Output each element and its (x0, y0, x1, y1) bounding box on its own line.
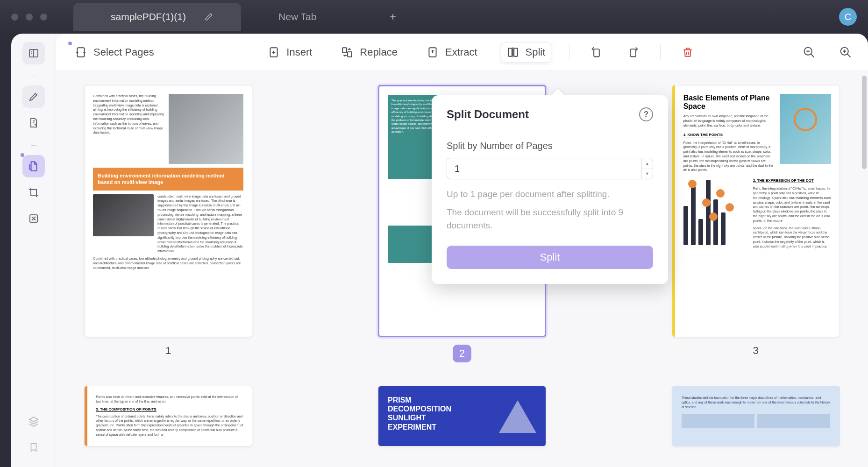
insert-button[interactable]: Insert (262, 42, 318, 62)
hint-line: Up to 1 page per document after splittin… (447, 188, 653, 201)
popover-hint: Up to 1 page per document after splittin… (447, 188, 653, 233)
avatar[interactable]: C (839, 8, 857, 26)
sidebar-divider (31, 76, 36, 76)
hint-line: The document will be successfully split … (447, 206, 653, 233)
svg-rect-10 (630, 49, 636, 57)
delete-button[interactable] (678, 43, 697, 62)
toolbar-label: Insert (286, 46, 312, 58)
replace-button[interactable]: Replace (335, 42, 403, 62)
avatar-initial: C (845, 12, 851, 22)
page-preview: These studies laid the foundation for th… (672, 386, 840, 446)
insert-icon (268, 46, 280, 58)
minimize-window-button[interactable] (26, 14, 33, 21)
scrollbar[interactable] (861, 71, 868, 467)
page-thumbnail-6[interactable]: These studies laid the foundation for th… (660, 386, 851, 446)
pages-per-split-input[interactable] (447, 158, 641, 179)
rotate-right-button[interactable] (624, 43, 642, 62)
section-heading: 2. THE EXPRESSION OF THE DOT (753, 178, 814, 183)
toolbar-label: Extract (445, 46, 477, 58)
body-text: Any art contains its own language, and t… (683, 114, 775, 127)
sidebar-page-edit[interactable] (22, 155, 45, 177)
page-heading: PRISM DECOMPOSITION SUNLIGHT EXPERIMENT (388, 396, 462, 432)
body-text: space, on the one hand, the point has a … (753, 226, 831, 249)
sidebar-divider (31, 145, 36, 146)
illustration-placeholder (780, 94, 831, 164)
prism-illustration (499, 400, 536, 433)
page-preview: Combined with practical cases, the build… (84, 85, 252, 337)
sidebar-crop[interactable] (22, 181, 45, 204)
accent-bar (672, 85, 675, 337)
page-preview: PRISM DECOMPOSITION SUNLIGHT EXPERIMENT (378, 386, 546, 446)
sidebar-edit[interactable] (22, 112, 45, 134)
add-tab-button[interactable] (382, 6, 404, 28)
toolbar-separator (569, 44, 569, 60)
svg-rect-9 (594, 49, 599, 57)
svg-rect-4 (343, 48, 347, 53)
select-pages-button[interactable]: Select Pages (69, 42, 160, 62)
svg-rect-7 (508, 48, 512, 56)
titlebar: samplePDF(1)(1) New Tab C (0, 0, 868, 34)
zoom-in-button[interactable] (836, 43, 855, 62)
svg-rect-8 (514, 48, 518, 56)
body-text: Combined with practical cases, low-altit… (93, 256, 243, 270)
sidebar-layers[interactable] (22, 410, 45, 432)
svg-rect-2 (77, 48, 84, 57)
split-document-popover: Split Document ? Split by Number of Page… (432, 95, 668, 284)
extract-button[interactable]: Extract (421, 42, 483, 62)
body-text: Combined with practical cases, the build… (93, 94, 165, 164)
page-number: 3 (753, 345, 759, 357)
body-text: The composition of ordered points: here … (96, 414, 243, 437)
sidebar-highlight[interactable] (22, 85, 45, 108)
window-controls (11, 14, 47, 21)
photo-placeholder (757, 414, 830, 428)
help-icon[interactable]: ? (639, 107, 653, 121)
page-thumbnail-3[interactable]: Basic Elements of Plane Space Any art co… (660, 85, 851, 362)
page-thumbnail-1[interactable]: Combined with practical cases, the build… (73, 85, 264, 362)
tab-label: New Tab (278, 11, 316, 22)
scrollbar-thumb[interactable] (862, 76, 867, 169)
toolbar-label: Replace (360, 46, 398, 58)
maximize-window-button[interactable] (40, 14, 47, 21)
toolbar-label: Select Pages (93, 46, 154, 58)
pencil-icon[interactable] (205, 13, 213, 21)
split-confirm-button[interactable]: Split (447, 246, 653, 269)
sidebar-bookmark[interactable] (22, 436, 45, 459)
toolbar-label: Split (526, 46, 546, 58)
page-thumbnail-5[interactable]: PRISM DECOMPOSITION SUNLIGHT EXPERIMENT (367, 386, 558, 446)
popover-section-label: Split by Number of Pages (447, 141, 653, 151)
page-number: 2 (453, 345, 471, 362)
body-text: constructed, multi-view image data are f… (157, 194, 243, 254)
photo-placeholder (682, 414, 754, 428)
toolbar-separator (660, 44, 661, 60)
page-preview: Points also have dominant and recessive … (84, 386, 252, 446)
tab-active[interactable]: samplePDF(1)(1) (73, 3, 241, 31)
body-text: Point, the interpretation of "Ci Hai" is… (683, 141, 775, 173)
body-text: Point, the interpretation of "Ci Hai" is… (753, 186, 831, 223)
close-window-button[interactable] (11, 14, 18, 21)
tab-label: samplePDF(1)(1) (111, 11, 186, 22)
tab-new[interactable]: New Tab (241, 3, 344, 31)
section-heading: 1. KNOW THE POINTS (683, 133, 723, 137)
stepper-down-button[interactable]: ▼ (642, 169, 653, 179)
zoom-out-button[interactable] (800, 43, 818, 62)
sidebar-redact[interactable] (22, 207, 45, 230)
app-window: Select Pages Insert Replace Extract (11, 34, 868, 467)
select-pages-icon (75, 46, 87, 58)
tabs: samplePDF(1)(1) New Tab (73, 3, 404, 31)
bar-chart-illustration (683, 180, 748, 245)
page-heading: Building environment information modelin… (93, 168, 243, 191)
sidebar-reader-mode[interactable] (22, 42, 45, 64)
page-number: 1 (165, 345, 171, 357)
page-preview: Basic Elements of Plane Space Any art co… (672, 85, 840, 337)
split-button[interactable]: Split (501, 42, 552, 63)
indicator-dot-icon (68, 42, 72, 45)
section-heading: 3. THE COMPOSITION OF POINTS (96, 407, 156, 412)
rotate-left-button[interactable] (587, 43, 606, 62)
extract-icon (427, 46, 439, 58)
photo-placeholder (169, 94, 243, 164)
accent-bar (85, 386, 87, 446)
page-thumbnail-4[interactable]: Points also have dominant and recessive … (73, 386, 264, 446)
photo-placeholder (93, 194, 154, 236)
stepper-up-button[interactable]: ▲ (642, 158, 653, 169)
body-text: These studies laid the foundation for th… (682, 396, 830, 409)
